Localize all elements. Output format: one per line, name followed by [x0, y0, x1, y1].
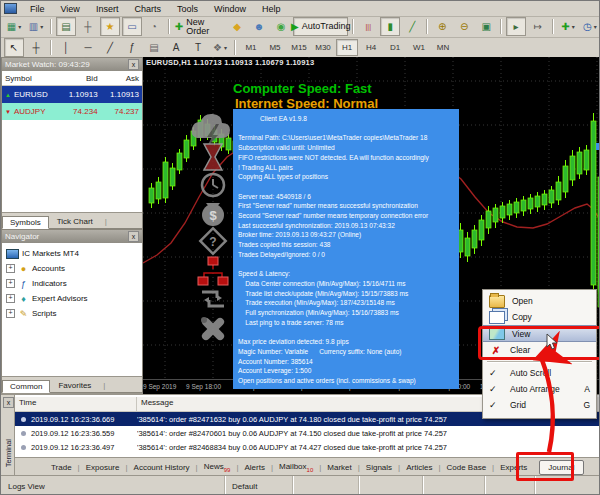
zoom-in-button[interactable]: ⊕ — [432, 17, 452, 36]
candles-button[interactable]: ▮ — [380, 17, 400, 36]
data-window-button[interactable]: ┼ — [78, 17, 98, 36]
terminal-vertical-label: Terminal — [4, 439, 13, 467]
autotrading-button[interactable]: ▶AutoTrading — [293, 17, 348, 36]
timeframe-w1[interactable]: W1 — [408, 39, 430, 56]
new-chart-button[interactable]: ▦▾ — [4, 17, 24, 36]
vline-tool[interactable]: │ — [56, 38, 76, 57]
context-menu-item-auto-scroll[interactable]: ✓Auto Scroll — [483, 365, 596, 381]
symbol-row-audjpy[interactable]: ▼AUDJPY74.23474.237 — [2, 103, 142, 120]
menu-window[interactable]: Window — [206, 4, 254, 14]
trendline-tool[interactable]: ╱ — [100, 38, 120, 57]
fibo-tool[interactable]: ƒ — [122, 38, 142, 57]
navigator-item-label: Indicators — [32, 279, 67, 288]
new-order-button[interactable]: ✚New Order — [174, 17, 225, 36]
context-menu-item-grid[interactable]: ✓GridG — [483, 397, 596, 413]
zoom-out-button[interactable]: ⊖ — [454, 17, 474, 36]
navigator-item-scripts[interactable]: +✎Scripts — [6, 306, 142, 321]
label-tool[interactable]: T — [188, 38, 208, 57]
expand-icon[interactable]: + — [6, 294, 15, 303]
navigator-item-label: Expert Advisors — [32, 294, 88, 303]
terminal-tab-account-history[interactable]: Account History — [128, 463, 196, 472]
terminal-tab-market[interactable]: Market — [321, 463, 357, 472]
auto-scroll-button[interactable]: ▸ — [506, 17, 526, 36]
log-message: '385614': order #82470601 buy 0.06 AUDJP… — [137, 429, 447, 438]
timeframe-d1[interactable]: D1 — [384, 39, 406, 56]
close-icon[interactable]: x — [3, 397, 14, 408]
profiles-button[interactable]: ▥▾ — [26, 17, 46, 36]
timeframe-m15[interactable]: M15 — [288, 39, 310, 56]
context-menu-item-view[interactable]: View — [483, 325, 596, 342]
menu-insert[interactable]: Insert — [88, 4, 127, 14]
periods-button[interactable]: ◷▾ — [580, 17, 600, 36]
terminal-tab-alerts[interactable]: Alerts — [238, 463, 270, 472]
terminal-button[interactable]: ▭ — [122, 17, 142, 36]
shapes-tool[interactable]: ❖▾ — [210, 38, 230, 57]
log-message: '385614': order #82468834 buy 0.06 AUDJP… — [137, 443, 447, 452]
timeframe-mn[interactable]: MN — [432, 39, 454, 56]
menu-view[interactable]: View — [53, 4, 88, 14]
journal-row[interactable]: 2019.09.12 16:23:36.559'385614': order #… — [15, 426, 600, 440]
timeframe-m1[interactable]: M1 — [240, 39, 262, 56]
navigator-tab-common[interactable]: Common — [2, 380, 50, 393]
terminal-tab-articles[interactable]: Articles — [400, 463, 438, 472]
channel-tool[interactable]: ▤ — [144, 38, 164, 57]
menu-tools[interactable]: Tools — [169, 4, 206, 14]
line-chart-button[interactable]: ╱ — [402, 17, 422, 36]
menu-help[interactable]: Help — [254, 4, 289, 14]
terminal-tab-experts[interactable]: Experts — [494, 463, 533, 472]
hline-tool[interactable]: ─ — [78, 38, 98, 57]
metaeditor-button[interactable]: ◆ — [227, 17, 247, 36]
chevron-down-icon: ▾ — [224, 45, 227, 51]
terminal-tab-trade[interactable]: Trade — [45, 463, 78, 472]
market-watch-tab-symbols[interactable]: Symbols — [2, 216, 49, 229]
expert-advisors-icon: ♦ — [18, 294, 29, 304]
terminal-tab-exposure[interactable]: Exposure — [80, 463, 126, 472]
status-cell — [293, 476, 359, 495]
log-bullet-icon — [21, 445, 26, 450]
terminal-tab-mailbox[interactable]: Mailbox10 — [273, 462, 319, 473]
timeframe-m30[interactable]: M30 — [312, 39, 334, 56]
market-watch-button[interactable]: ▤ — [56, 17, 76, 36]
signal-button[interactable]: ◉ — [271, 17, 291, 36]
chart-shift-button[interactable]: ↦ — [528, 17, 548, 36]
ea-info-line: Client EA v1.9.8 — [238, 114, 459, 124]
crosshair-tool[interactable]: ┼ — [26, 38, 46, 57]
expand-icon[interactable]: + — [6, 264, 15, 273]
close-icon[interactable]: x — [128, 59, 139, 70]
expert-advisor-button[interactable]: ☻ — [249, 17, 269, 36]
menu-charts[interactable]: Charts — [126, 4, 169, 14]
navigator-item-expert-advisors[interactable]: +♦Expert Advisors — [6, 291, 142, 306]
ea-info-line: Trades copied this session: 438 — [238, 240, 459, 250]
menu-item-shortcut: A — [584, 384, 590, 394]
navigator-item-indicators[interactable]: +ƒIndicators — [6, 276, 142, 291]
context-menu-item-auto-arrange[interactable]: ✓Auto ArrangeA — [483, 381, 596, 397]
navigator-button[interactable]: ★ — [100, 17, 120, 36]
timeframe-h1[interactable]: H1 — [336, 39, 358, 56]
bars-button[interactable]: ||| — [358, 17, 378, 36]
indicators-button[interactable]: ✚▾ — [558, 17, 578, 36]
context-menu-item-clear[interactable]: ✗Clear — [483, 342, 596, 358]
close-icon[interactable]: x — [128, 231, 139, 242]
strategy-tester-button[interactable]: ◔ — [144, 17, 164, 36]
journal-row[interactable]: 2019.09.12 16:23:36.497'385614': order #… — [15, 440, 600, 454]
context-menu-item-open[interactable]: Open — [483, 293, 596, 309]
timeframe-h4[interactable]: H4 — [360, 39, 382, 56]
market-watch-tab-tick-chart[interactable]: Tick Chart — [49, 215, 101, 228]
context-menu-item-copy[interactable]: Copy — [483, 309, 596, 325]
timeframe-m5[interactable]: M5 — [264, 39, 286, 56]
symbol-row-eurusd[interactable]: ▲EURUSD1.109131.10913 — [2, 86, 142, 103]
expand-icon[interactable]: + — [6, 279, 15, 288]
navigator-root[interactable]: IC Markets MT4 — [6, 246, 142, 261]
terminal-tab-news[interactable]: News99 — [198, 462, 237, 473]
terminal-tab-code-base[interactable]: Code Base — [441, 463, 493, 472]
navigator-item-accounts[interactable]: +●Accounts — [6, 261, 142, 276]
tile-windows-icon: ▣ — [481, 22, 490, 32]
text-tool[interactable]: A — [166, 38, 186, 57]
menu-file[interactable]: File — [22, 4, 53, 14]
expand-icon[interactable]: + — [6, 309, 15, 318]
cursor-tool[interactable]: ↖ — [4, 38, 24, 57]
terminal-tab-signals[interactable]: Signals — [360, 463, 398, 472]
terminal-tab-journal[interactable]: Journal — [539, 460, 583, 475]
tile-windows-button[interactable]: ▣ — [476, 17, 496, 36]
navigator-tab-favorites[interactable]: Favorites — [50, 379, 99, 392]
